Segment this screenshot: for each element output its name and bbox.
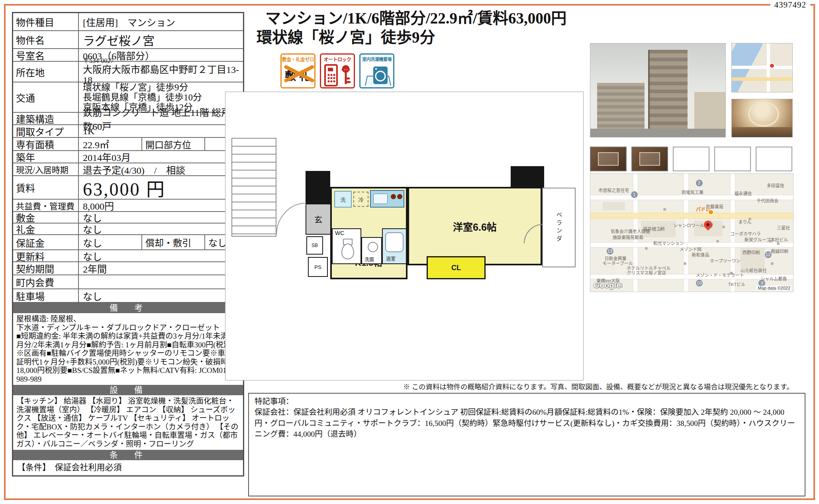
map-poi-dot [716, 240, 719, 243]
table-row-parking: 駐車場 なし [13, 289, 243, 303]
row-value: なし [79, 235, 141, 249]
property-detail-table: 物件種目 [住居用] マンション 物件名 ラグゼ桜ノ宮 号室名 0603（6階部… [12, 12, 244, 477]
map-road-main [590, 213, 793, 219]
row-label: 号室名 [13, 49, 79, 61]
map-label: まりん [739, 218, 752, 225]
document-number: 4397492 [770, 0, 811, 10]
washbasin [368, 242, 378, 252]
photo-building-main [650, 50, 688, 128]
map-label: メゾン・ド・モデラート [696, 272, 744, 278]
entrance-interior-photo [731, 99, 793, 137]
row-value: なし [79, 289, 243, 302]
table-row-structure: 建築構造 鉄筋コンクリート造 地上11階 総戸数60戸 [13, 113, 243, 125]
photo-building-left [597, 83, 645, 129]
structural-column-block [511, 166, 544, 188]
badge-label: 室内洗濯機置場 [361, 56, 393, 62]
thumbnail-empty [673, 147, 709, 171]
row-value: 2014年03月 [79, 151, 243, 163]
table-row-address: 所在地 〒534-0027 大阪府大阪市都島区中野町２丁目13-18 [13, 62, 243, 82]
headline-line1: マンション/1K/6階部分/22.9㎡/賃料63,000円 [257, 9, 566, 28]
badge-indoor-washer: 室内洗濯機置場 [359, 53, 394, 88]
row-value: [住居用] マンション [79, 13, 243, 30]
conditions-text: 【条件】 保証会社利用必須 [13, 460, 243, 475]
map-label: 多田富信 [767, 182, 784, 188]
balcony-door-arc [523, 224, 543, 244]
map-label: シャルム都島 [761, 275, 787, 282]
map-label: 気象会介護老人保健 [611, 228, 650, 234]
row-value: なし [79, 250, 243, 261]
thumbnail-photo [631, 147, 668, 171]
fridge-label: 冷 [358, 196, 363, 203]
map-label: TKTビル [728, 281, 745, 287]
table-row-deposit: 敷金 なし [13, 212, 243, 224]
feature-badges: 敷金・礼金ゼロ 敷礼 オートロック [280, 53, 394, 88]
map-poi-dot [663, 208, 666, 211]
map-label: 千代田商会 [756, 197, 778, 204]
burner [391, 194, 396, 199]
access-line: 長堀鶴見線「京橋」徒歩10分 [83, 92, 202, 102]
map-label: メゾンド岡 [680, 246, 701, 252]
balcony: ベランダ [542, 188, 576, 267]
row-value: 22.9㎡ [79, 138, 141, 150]
row-label: 更新料 [13, 250, 79, 261]
table-row-property-type: 物件種目 [住居用] マンション [13, 13, 243, 31]
closet-label: CL [451, 264, 461, 272]
row-label: 賃料 [13, 176, 79, 199]
map-label: クリスマス桜ノ宮店 [627, 269, 666, 276]
table-row-town-fee: 町内会費 [13, 275, 243, 289]
table-row-property-name: 物件名 ラグゼ桜ノ宮 [13, 31, 243, 49]
washstand-label: 洗面 [364, 256, 374, 263]
washstand-room: 洗面 [361, 237, 382, 264]
map-label: 福永通信 [734, 190, 752, 196]
map-label: 西野印刷 [743, 249, 760, 255]
padre-poi-pin [708, 209, 714, 215]
map-block [603, 202, 625, 210]
table-row-renewal-fee: 更新料 なし [13, 250, 243, 262]
table-row-common-fee: 共益費・管理費 8,000円 [13, 200, 243, 212]
special-notes-title: 特記事項： [255, 396, 799, 407]
stairwell-hatch [231, 138, 276, 237]
table-row-room-number: 号室名 0603（6階部分） [13, 49, 243, 62]
map-label: 市営桜之宮住宅 [598, 187, 629, 193]
section-header-remarks: 備 考 [13, 303, 243, 313]
entrance-area: 玄 [306, 204, 331, 235]
entry-door-arc [276, 202, 307, 235]
map-marker-number: 12 [765, 251, 772, 258]
row-label: 物件種目 [13, 13, 79, 30]
floor-plan: 玄 洗 冷 K1.5帖 WC 洗面 浴室 [225, 92, 584, 380]
map-label: ホープツーワン [710, 257, 740, 264]
toilet-room: WC [332, 228, 361, 264]
row-value: 1K [79, 125, 243, 137]
badge-label: 敷金・礼金ゼロ [282, 56, 314, 63]
badge-no-deposit: 敷金・礼金ゼロ 敷礼 [280, 53, 315, 88]
toilet-bowl [341, 243, 354, 259]
entrance-label: 玄 [314, 214, 322, 225]
bathroom: 浴室 [382, 228, 407, 264]
thumbnail-empty [756, 147, 792, 171]
row-label: 所在地 [13, 62, 79, 82]
map-label: 根誠印刷 [771, 248, 788, 254]
row-label: 現況/入居時期 [13, 163, 79, 175]
table-row-floor-area: 専有面積 22.9㎡ 開口部方位 [13, 138, 243, 151]
map-copyright: Map data ©2022 [756, 286, 792, 290]
western-room-label: 洋室6.6帖 [453, 219, 497, 233]
western-room: 洋室6.6帖 [408, 187, 542, 265]
rent-amount: 63,000 円 [79, 176, 243, 199]
equipment-text: 【キッチン】 給湯器 【水廻り】 浴室乾燥機・洗髪洗面化粧台・洗濯機置場（室内）… [13, 395, 243, 450]
map-thumb-road [732, 77, 792, 81]
remarks-line: ■短期違約金: 半年未満の解約は家賃+共益費の3ヶ月分/1年未満2ヶ月分/2年未… [16, 332, 239, 383]
map-poi-dot [771, 262, 774, 265]
row-value: 8,000円 [79, 200, 243, 211]
postal-code: 〒534-0027 [83, 58, 114, 65]
thumbnail-photo [590, 147, 627, 171]
remarks-text: 屋根構造: 陸屋根、 下水道・ディンプルキー・ダブルロックドア・クローゼット ■… [13, 313, 243, 385]
row-label: 保証金 [13, 235, 79, 249]
building-exterior-photo [590, 43, 726, 137]
special-notes-body: 保証会社：保証会社利用必須 オリコフォレントインシュア 初回保証料:総賃料の60… [255, 407, 799, 439]
badge-autolock: オートロック [320, 53, 355, 88]
row-label: 共益費・管理費 [13, 200, 79, 211]
map-label: コーポカサハラ [730, 230, 761, 237]
neighborhood-map: 市営桜之宮住宅 岡電気工業 多田富信 福永通信 千代田商会 佐藤薬局 パドレ ま… [590, 173, 794, 292]
property-flyer-page: 4397492 物件種目 [住居用] マンション 物件名 ラグゼ桜ノ宮 号室名 … [0, 0, 819, 504]
disclaimer-note: ※ この資料は物件の概略紹介資料になります。写真、間取図面、設備、概要などが現況… [403, 381, 794, 391]
